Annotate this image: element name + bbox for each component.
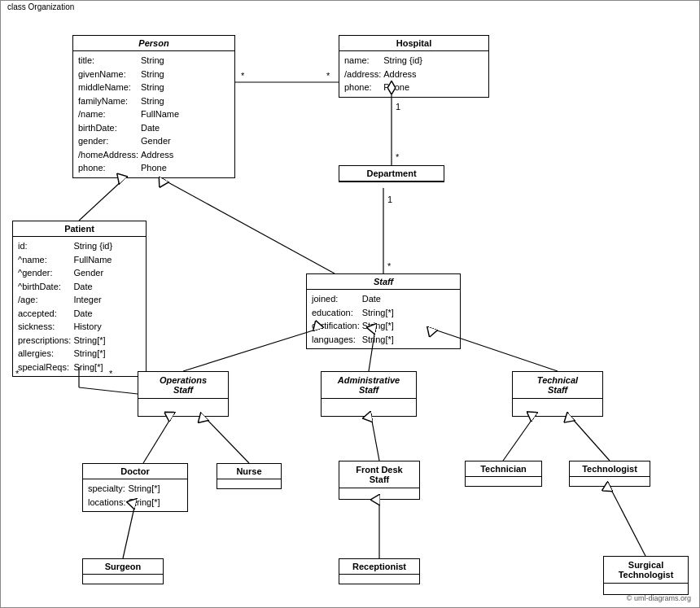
svg-text:*: *	[241, 71, 245, 81]
svg-text:*: *	[326, 71, 330, 81]
class-operations-staff-title: OperationsStaff	[138, 372, 228, 399]
class-surgeon-title: Surgeon	[83, 559, 163, 575]
diagram-label: class Organization	[4, 2, 77, 11]
diagram-container: class Organization Person title:String g…	[0, 0, 700, 608]
class-patient-body: id:String {id} ^name:FullName ^gender:Ge…	[13, 237, 146, 376]
class-operations-staff: OperationsStaff	[138, 371, 229, 417]
class-technologist-title: Technologist	[570, 461, 650, 477]
svg-line-24	[571, 417, 610, 461]
class-technician-title: Technician	[466, 461, 541, 477]
class-person: Person title:String givenName:String mid…	[72, 35, 235, 178]
svg-line-21	[204, 417, 249, 463]
svg-line-20	[143, 417, 172, 463]
class-front-desk-staff-title: Front DeskStaff	[339, 461, 419, 488]
svg-line-23	[503, 417, 534, 461]
class-administrative-staff-title: AdministrativeStaff	[322, 372, 416, 399]
class-patient: Patient id:String {id} ^name:FullName ^g…	[12, 221, 147, 377]
svg-line-27	[610, 487, 645, 556]
class-doctor: Doctor specialty:String[*] locations:Str…	[82, 463, 188, 512]
class-surgical-technologist: SurgicalTechnologist	[603, 556, 689, 595]
class-nurse-title: Nurse	[217, 464, 281, 479]
class-receptionist-title: Receptionist	[339, 559, 419, 575]
class-hospital-title: Hospital	[339, 36, 488, 51]
class-surgeon: Surgeon	[82, 558, 164, 584]
class-technician: Technician	[465, 461, 542, 487]
svg-text:*: *	[396, 152, 400, 162]
svg-text:1: 1	[387, 195, 392, 204]
class-doctor-title: Doctor	[83, 464, 187, 479]
class-administrative-staff: AdministrativeStaff	[321, 371, 417, 417]
class-receptionist: Receptionist	[339, 558, 420, 584]
class-doctor-body: specialty:String[*] locations:String[*]	[83, 479, 187, 511]
class-person-title: Person	[73, 36, 234, 51]
class-department: Department	[339, 165, 444, 182]
class-front-desk-staff: Front DeskStaff	[339, 461, 420, 500]
class-technologist: Technologist	[569, 461, 650, 487]
class-staff: Staff joined:Date education:String[*] ce…	[306, 273, 461, 349]
class-nurse: Nurse	[217, 463, 282, 489]
class-department-title: Department	[339, 166, 444, 182]
svg-text:1: 1	[396, 102, 400, 112]
class-hospital: Hospital name:String {id} /address:Addre…	[339, 35, 489, 98]
svg-line-22	[371, 417, 379, 461]
svg-line-11	[79, 180, 123, 221]
svg-line-17	[183, 329, 318, 371]
svg-line-16	[79, 387, 138, 394]
class-patient-title: Patient	[13, 221, 146, 237]
svg-line-25	[123, 504, 135, 558]
svg-line-12	[164, 180, 335, 273]
class-hospital-body: name:String {id} /address:Address phone:…	[339, 51, 488, 97]
class-technical-staff: TechnicalStaff	[512, 371, 603, 417]
class-person-body: title:String givenName:String middleName…	[73, 51, 234, 177]
class-surgical-technologist-title: SurgicalTechnologist	[604, 557, 688, 584]
class-staff-body: joined:Date education:String[*] certific…	[307, 290, 460, 348]
copyright: © uml-diagrams.org	[627, 594, 691, 602]
svg-text:*: *	[387, 261, 392, 271]
class-staff-title: Staff	[307, 274, 460, 290]
class-technical-staff-title: TechnicalStaff	[513, 372, 602, 399]
